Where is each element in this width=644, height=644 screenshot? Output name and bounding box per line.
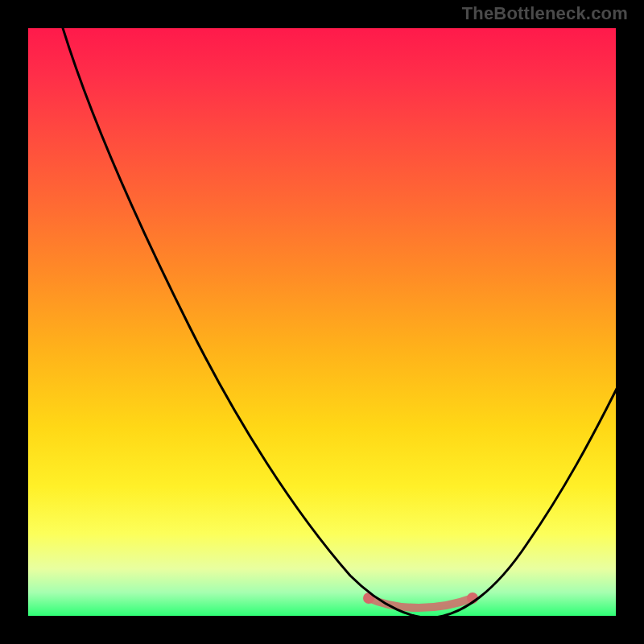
plot-area [28, 28, 616, 616]
chart-svg [28, 28, 616, 616]
watermark-text: TheBottleneck.com [462, 3, 628, 24]
curve-left-limb [60, 28, 435, 616]
chart-frame: TheBottleneck.com [0, 0, 644, 644]
curve-right-limb [435, 382, 616, 616]
